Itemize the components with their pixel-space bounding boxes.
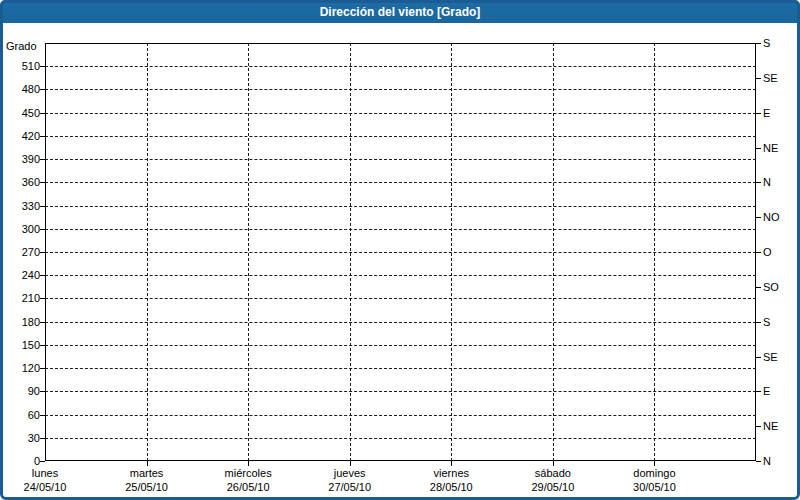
y-gridline <box>45 66 756 67</box>
y-tick-mark <box>40 136 45 137</box>
y-gridline <box>45 136 756 137</box>
y-tick-mark <box>40 415 45 416</box>
y-tick-mark <box>40 66 45 67</box>
y-gridline <box>45 438 756 439</box>
x-day-label: domingo <box>633 466 676 480</box>
y-tick-mark <box>40 345 45 346</box>
y-axis-title: Grado <box>6 40 37 52</box>
compass-label: SE <box>763 351 778 363</box>
x-day-label: sábado <box>531 466 574 480</box>
compass-label: NO <box>763 211 780 223</box>
y-gridline <box>45 252 756 253</box>
compass-tick-mark <box>756 322 761 323</box>
y-tick-label: 390 <box>0 153 40 165</box>
chart-window: Dirección del viento [Grado] Grado 03060… <box>0 0 800 500</box>
y-tick-label: 120 <box>0 362 40 374</box>
x-day-label: miércoles <box>225 466 272 480</box>
y-tick-label: 360 <box>0 176 40 188</box>
compass-tick-mark <box>756 217 761 218</box>
compass-label: N <box>763 176 771 188</box>
x-date-label: 29/05/10 <box>531 480 574 494</box>
y-gridline <box>45 89 756 90</box>
compass-tick-mark <box>756 287 761 288</box>
x-date-label: 28/05/10 <box>430 480 473 494</box>
compass-tick-mark <box>756 113 761 114</box>
x-date-label: 30/05/10 <box>633 480 676 494</box>
x-gridline <box>350 43 351 461</box>
y-tick-mark <box>40 391 45 392</box>
x-gridline <box>248 43 249 461</box>
y-gridline <box>45 206 756 207</box>
y-tick-mark <box>40 252 45 253</box>
compass-tick-mark <box>756 43 761 44</box>
x-category-label: lunes24/05/10 <box>24 466 67 494</box>
x-category-label: miércoles26/05/10 <box>225 466 272 494</box>
y-gridline <box>45 275 756 276</box>
y-tick-mark <box>40 322 45 323</box>
y-gridline <box>45 229 756 230</box>
x-day-label: jueves <box>328 466 371 480</box>
x-date-label: 25/05/10 <box>125 480 168 494</box>
compass-tick-mark <box>756 78 761 79</box>
compass-tick-mark <box>756 148 761 149</box>
compass-tick-mark <box>756 426 761 427</box>
x-category-label: domingo30/05/10 <box>633 466 676 494</box>
x-day-label: viernes <box>430 466 473 480</box>
y-gridline <box>45 345 756 346</box>
x-tick-mark <box>451 461 452 466</box>
x-tick-mark <box>654 461 655 466</box>
chart-body: Grado 0306090120150180210240270300330360… <box>0 0 800 500</box>
y-tick-label: 60 <box>0 409 40 421</box>
x-gridline <box>147 43 148 461</box>
compass-label: S <box>763 316 770 328</box>
chart-title-bar: Dirección del viento [Grado] <box>0 0 800 23</box>
chart-title: Dirección del viento [Grado] <box>320 5 481 19</box>
x-tick-mark <box>147 461 148 466</box>
y-tick-label: 330 <box>0 200 40 212</box>
y-gridline <box>45 182 756 183</box>
compass-label: N <box>763 455 771 467</box>
y-tick-mark <box>40 159 45 160</box>
compass-tick-mark <box>756 461 761 462</box>
y-gridline <box>45 159 756 160</box>
y-tick-label: 150 <box>0 339 40 351</box>
y-tick-label: 420 <box>0 130 40 142</box>
compass-tick-mark <box>756 391 761 392</box>
y-tick-mark <box>40 229 45 230</box>
y-tick-label: 480 <box>0 83 40 95</box>
y-tick-mark <box>40 206 45 207</box>
x-gridline <box>654 43 655 461</box>
y-tick-label: 450 <box>0 107 40 119</box>
y-gridline <box>45 298 756 299</box>
y-tick-label: 270 <box>0 246 40 258</box>
x-category-label: sábado29/05/10 <box>531 466 574 494</box>
compass-label: O <box>763 246 772 258</box>
y-tick-label: 30 <box>0 432 40 444</box>
y-tick-mark <box>40 89 45 90</box>
y-tick-label: 210 <box>0 292 40 304</box>
x-day-label: martes <box>125 466 168 480</box>
y-tick-mark <box>40 275 45 276</box>
x-category-label: viernes28/05/10 <box>430 466 473 494</box>
x-date-label: 24/05/10 <box>24 480 67 494</box>
y-tick-label: 240 <box>0 269 40 281</box>
compass-label: NE <box>763 420 778 432</box>
x-gridline <box>553 43 554 461</box>
x-date-label: 26/05/10 <box>225 480 272 494</box>
y-tick-mark <box>40 461 45 462</box>
x-day-label: lunes <box>24 466 67 480</box>
y-gridline <box>45 415 756 416</box>
compass-label: E <box>763 385 770 397</box>
compass-label: S <box>763 37 770 49</box>
y-tick-mark <box>40 298 45 299</box>
y-tick-mark <box>40 113 45 114</box>
compass-label: SO <box>763 281 779 293</box>
y-gridline <box>45 113 756 114</box>
y-tick-mark <box>40 368 45 369</box>
y-tick-mark <box>40 438 45 439</box>
y-gridline <box>45 322 756 323</box>
compass-label: SE <box>763 72 778 84</box>
y-gridline <box>45 391 756 392</box>
x-tick-mark <box>350 461 351 466</box>
y-tick-label: 510 <box>0 60 40 72</box>
